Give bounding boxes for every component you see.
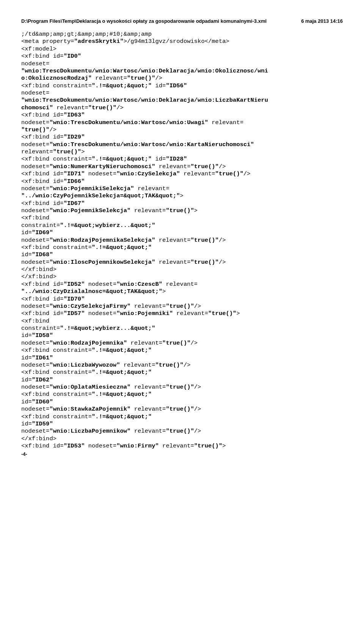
header-file-path: D:\Program Files\Temp\Deklaracja o wysok… [21,18,267,24]
document-page: D:\Program Files\Temp\Deklaracja o wysok… [0,0,364,469]
header-bar: D:\Program Files\Temp\Deklaracja o wysok… [21,18,343,24]
page-number: -4- [21,451,343,457]
header-date: 6 maja 2013 14:16 [301,18,343,24]
code-block: ;/td&amp;amp;gt;&amp;amp;#10;&amp;amp <m… [21,31,343,450]
